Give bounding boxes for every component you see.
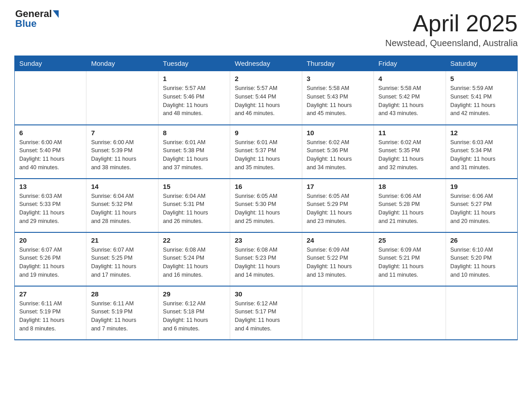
calendar-cell: 7Sunrise: 6:00 AM Sunset: 5:39 PM Daylig… [86,125,158,179]
day-number: 24 [307,236,369,244]
day-info: Sunrise: 6:00 AM Sunset: 5:39 PM Dayligh… [91,138,153,172]
calendar-cell: 24Sunrise: 6:09 AM Sunset: 5:22 PM Dayli… [302,232,373,286]
calendar-cell [302,286,373,340]
calendar-cell: 14Sunrise: 6:04 AM Sunset: 5:32 PM Dayli… [86,179,158,232]
weekday-header-thursday: Thursday [302,56,373,71]
calendar-cell [86,71,158,125]
day-number: 7 [91,129,153,137]
calendar-cell: 22Sunrise: 6:08 AM Sunset: 5:24 PM Dayli… [158,232,230,286]
day-info: Sunrise: 6:06 AM Sunset: 5:27 PM Dayligh… [450,192,513,226]
calendar-cell: 15Sunrise: 6:04 AM Sunset: 5:31 PM Dayli… [158,179,230,232]
calendar-cell: 29Sunrise: 6:12 AM Sunset: 5:18 PM Dayli… [158,286,230,340]
logo: General General Blue [14,11,60,30]
day-number: 8 [163,129,225,137]
calendar-cell: 10Sunrise: 6:02 AM Sunset: 5:36 PM Dayli… [302,125,373,179]
day-info: Sunrise: 6:09 AM Sunset: 5:22 PM Dayligh… [307,246,369,279]
calendar-cell: 1Sunrise: 5:57 AM Sunset: 5:46 PM Daylig… [158,71,230,125]
calendar-cell [446,286,517,340]
day-number: 27 [19,290,82,298]
day-number: 10 [307,129,369,137]
day-info: Sunrise: 6:08 AM Sunset: 5:24 PM Dayligh… [163,246,225,279]
calendar-cell: 3Sunrise: 5:58 AM Sunset: 5:43 PM Daylig… [302,71,373,125]
weekday-header-row: SundayMondayTuesdayWednesdayThursdayFrid… [15,56,518,71]
weekday-header-sunday: Sunday [15,56,86,71]
calendar-cell [15,71,86,125]
day-info: Sunrise: 5:59 AM Sunset: 5:41 PM Dayligh… [450,84,513,118]
calendar-cell: 21Sunrise: 6:07 AM Sunset: 5:25 PM Dayli… [86,232,158,286]
weekday-header-saturday: Saturday [446,56,517,71]
day-info: Sunrise: 6:11 AM Sunset: 5:19 PM Dayligh… [91,300,153,333]
day-info: Sunrise: 6:11 AM Sunset: 5:19 PM Dayligh… [19,300,82,333]
day-number: 14 [91,183,153,190]
week-row-3: 13Sunrise: 6:03 AM Sunset: 5:33 PM Dayli… [15,179,518,232]
page-header: General General Blue April 2025 Newstead… [14,11,518,48]
day-number: 18 [378,183,441,190]
day-number: 30 [235,290,297,298]
day-info: Sunrise: 5:57 AM Sunset: 5:46 PM Dayligh… [163,84,225,118]
week-row-2: 6Sunrise: 6:00 AM Sunset: 5:40 PM Daylig… [15,125,518,179]
day-number: 23 [235,236,297,244]
day-info: Sunrise: 6:09 AM Sunset: 5:21 PM Dayligh… [378,246,441,279]
week-row-5: 27Sunrise: 6:11 AM Sunset: 5:19 PM Dayli… [15,286,518,340]
calendar-cell: 2Sunrise: 5:57 AM Sunset: 5:44 PM Daylig… [230,71,302,125]
day-info: Sunrise: 6:03 AM Sunset: 5:34 PM Dayligh… [450,138,513,172]
day-info: Sunrise: 6:07 AM Sunset: 5:26 PM Dayligh… [19,246,82,279]
calendar-cell: 4Sunrise: 5:58 AM Sunset: 5:42 PM Daylig… [374,71,446,125]
day-info: Sunrise: 5:57 AM Sunset: 5:44 PM Dayligh… [235,84,297,118]
calendar-cell: 28Sunrise: 6:11 AM Sunset: 5:19 PM Dayli… [86,286,158,340]
day-info: Sunrise: 6:01 AM Sunset: 5:38 PM Dayligh… [163,138,225,172]
day-number: 6 [19,129,82,137]
day-number: 5 [450,75,513,82]
day-number: 15 [163,183,225,190]
day-info: Sunrise: 6:02 AM Sunset: 5:36 PM Dayligh… [307,138,369,172]
week-row-4: 20Sunrise: 6:07 AM Sunset: 5:26 PM Dayli… [15,232,518,286]
day-info: Sunrise: 6:00 AM Sunset: 5:40 PM Dayligh… [19,138,82,172]
page-subtitle: Newstead, Queensland, Australia [385,38,518,48]
day-info: Sunrise: 5:58 AM Sunset: 5:42 PM Dayligh… [378,84,441,118]
weekday-header-tuesday: Tuesday [158,56,230,71]
day-number: 19 [450,183,513,190]
day-number: 4 [378,75,441,82]
day-info: Sunrise: 6:06 AM Sunset: 5:28 PM Dayligh… [378,192,441,226]
calendar-cell: 17Sunrise: 6:05 AM Sunset: 5:29 PM Dayli… [302,179,373,232]
day-number: 29 [163,290,225,298]
day-number: 26 [450,236,513,244]
day-number: 11 [378,129,441,137]
calendar-cell [374,286,446,340]
day-info: Sunrise: 6:05 AM Sunset: 5:30 PM Dayligh… [235,192,297,226]
calendar-cell: 9Sunrise: 6:01 AM Sunset: 5:37 PM Daylig… [230,125,302,179]
day-number: 13 [19,183,82,190]
calendar-cell: 8Sunrise: 6:01 AM Sunset: 5:38 PM Daylig… [158,125,230,179]
day-info: Sunrise: 6:07 AM Sunset: 5:25 PM Dayligh… [91,246,153,279]
calendar-cell: 20Sunrise: 6:07 AM Sunset: 5:26 PM Dayli… [15,232,86,286]
day-info: Sunrise: 6:10 AM Sunset: 5:20 PM Dayligh… [450,246,513,279]
calendar-cell: 5Sunrise: 5:59 AM Sunset: 5:41 PM Daylig… [446,71,517,125]
calendar-cell: 11Sunrise: 6:02 AM Sunset: 5:35 PM Dayli… [374,125,446,179]
calendar-table: SundayMondayTuesdayWednesdayThursdayFrid… [14,56,518,340]
calendar-cell: 27Sunrise: 6:11 AM Sunset: 5:19 PM Dayli… [15,286,86,340]
day-number: 16 [235,183,297,190]
page-title: April 2025 [385,11,518,36]
weekday-header-monday: Monday [86,56,158,71]
logo-blue-text: Blue [15,18,37,29]
calendar-cell: 19Sunrise: 6:06 AM Sunset: 5:27 PM Dayli… [446,179,517,232]
calendar-cell: 18Sunrise: 6:06 AM Sunset: 5:28 PM Dayli… [374,179,446,232]
day-number: 20 [19,236,82,244]
day-number: 9 [235,129,297,137]
day-number: 2 [235,75,297,82]
weekday-header-wednesday: Wednesday [230,56,302,71]
calendar-cell: 6Sunrise: 6:00 AM Sunset: 5:40 PM Daylig… [15,125,86,179]
day-number: 28 [91,290,153,298]
day-info: Sunrise: 6:12 AM Sunset: 5:18 PM Dayligh… [163,300,225,333]
calendar-cell: 26Sunrise: 6:10 AM Sunset: 5:20 PM Dayli… [446,232,517,286]
day-number: 1 [163,75,225,82]
calendar-cell: 16Sunrise: 6:05 AM Sunset: 5:30 PM Dayli… [230,179,302,232]
calendar-cell: 25Sunrise: 6:09 AM Sunset: 5:21 PM Dayli… [374,232,446,286]
day-info: Sunrise: 6:03 AM Sunset: 5:33 PM Dayligh… [19,192,82,226]
calendar-cell: 30Sunrise: 6:12 AM Sunset: 5:17 PM Dayli… [230,286,302,340]
day-number: 17 [307,183,369,190]
day-number: 12 [450,129,513,137]
day-info: Sunrise: 5:58 AM Sunset: 5:43 PM Dayligh… [307,84,369,118]
weekday-header-friday: Friday [374,56,446,71]
title-block: April 2025 Newstead, Queensland, Austral… [385,11,518,48]
